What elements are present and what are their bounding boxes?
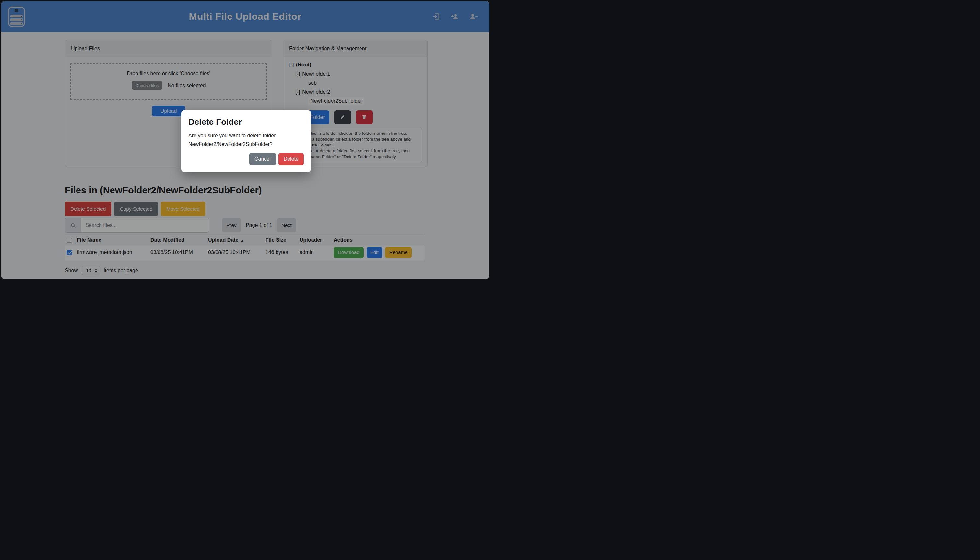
modal-message: Are you sure you want to delete folder N…: [188, 132, 304, 148]
app-window: Multi File Upload Editor: [1, 1, 489, 279]
modal-title: Delete Folder: [188, 117, 304, 127]
delete-folder-modal: Delete Folder Are you sure you want to d…: [181, 110, 311, 172]
cancel-button[interactable]: Cancel: [249, 153, 276, 165]
confirm-delete-button[interactable]: Delete: [278, 153, 304, 165]
